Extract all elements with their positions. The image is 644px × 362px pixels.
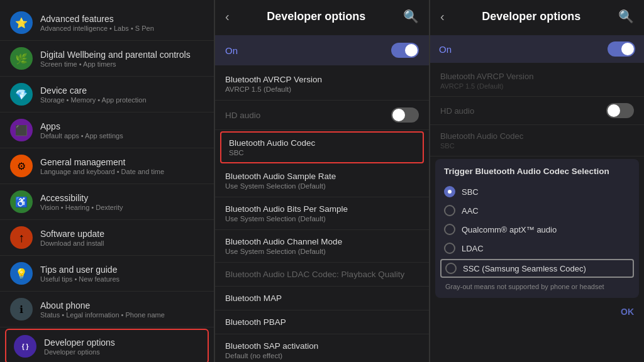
aac-radio[interactable] [444,205,455,216]
option-bluetooth-pbap[interactable]: Bluetooth PBAP [215,310,429,334]
device-care-label: Device care [40,85,147,96]
search-icon[interactable]: 🔍 [403,9,419,24]
right-developer-toggle[interactable] [608,41,635,57]
sidebar-item-software-update[interactable]: ↑ Software update Download and install [0,220,214,256]
tips-guide-sub: Useful tips • New features [40,275,119,283]
apps-label: Apps [40,121,123,131]
ok-button[interactable]: OK [621,307,634,317]
bits-per-sample-title: Bluetooth Audio Bits Per Sample [225,204,419,214]
right-on-toggle-row[interactable]: On [430,35,644,63]
about-phone-icon: ℹ [10,298,33,321]
advanced-features-sub: Advanced intelligence • Labs • S Pen [40,25,154,32]
about-phone-label: About phone [40,300,165,310]
device-care-icon: 💎 [10,83,33,106]
accessibility-label: Accessibility [40,193,123,203]
codec-selection-dialog: Trigger Bluetooth Audio Codec Selection … [435,159,639,298]
option-bluetooth-sap[interactable]: Bluetooth SAP activation Default (no eff… [215,334,429,362]
bluetooth-sap-sub: Default (no effect) [225,352,419,359]
right-search-icon[interactable]: 🔍 [618,9,634,24]
codec-option-sbc[interactable]: SBC [444,182,630,201]
codec-option-aac[interactable]: AAC [444,201,630,220]
sidebar-item-developer-options[interactable]: { } Developer options Developer options [5,329,209,362]
developer-toggle[interactable] [391,43,419,58]
right-hd-audio-title: HD audio [440,106,474,116]
middle-panel-title: Developer options [267,10,365,23]
sidebar-item-about-phone[interactable]: ℹ About phone Status • Legal information… [0,292,214,327]
developer-options-icon: { } [14,335,36,358]
option-sample-rate[interactable]: Bluetooth Audio Sample Rate Use System S… [215,165,429,197]
avrcp-title: Bluetooth AVRCP Version [225,75,419,84]
on-label: On [225,45,238,56]
sidebar-item-tips-guide[interactable]: 💡 Tips and user guide Useful tips • New … [0,256,214,292]
audio-codec-title: Bluetooth Audio Codec [229,138,415,148]
back-icon[interactable]: ‹ [225,9,230,24]
bluetooth-sap-title: Bluetooth SAP activation [225,341,419,351]
option-bluetooth-map[interactable]: Bluetooth MAP [215,287,429,310]
channel-mode-title: Bluetooth Audio Channel Mode [225,237,419,246]
digital-wellbeing-sub: Screen time • App timers [40,60,191,68]
right-toggle-knob [621,43,634,55]
option-ldac-quality[interactable]: Bluetooth Audio LDAC Codec: Playback Qua… [215,263,429,287]
sidebar-item-digital-wellbeing[interactable]: 🌿 Digital Wellbeing and parental control… [0,41,214,77]
middle-panel: ‹ Developer options 🔍 On Bluetooth AVRCP… [215,0,429,362]
digital-wellbeing-label: Digital Wellbeing and parental controls [40,50,191,60]
tips-guide-label: Tips and user guide [40,265,119,275]
gray-out-note: Gray-out means not supported by phone or… [444,283,630,290]
developer-on-toggle-row[interactable]: On [215,35,429,65]
software-update-sub: Download and install [40,239,104,247]
right-panel: ‹ Developer options 🔍 On Bluetooth AVRCP… [430,0,644,362]
ssc-radio[interactable] [445,263,457,274]
aptx-label: Qualcomm® aptX™ audio [462,225,557,234]
general-management-sub: Language and keyboard • Date and time [40,168,164,175]
channel-mode-sub: Use System Selection (Default) [225,248,419,255]
right-option-hd-audio: HD audio [430,97,644,125]
right-on-label: On [439,44,452,55]
option-hd-audio[interactable]: HD audio [215,101,429,130]
toggle-knob [405,44,418,57]
right-hd-toggle[interactable] [606,103,634,118]
sample-rate-title: Bluetooth Audio Sample Rate [225,172,419,181]
option-avrcp-version[interactable]: Bluetooth AVRCP Version AVRCP 1.5 (Defau… [215,68,429,101]
apps-icon: ⬛ [10,119,33,141]
settings-panel: ⭐ Advanced features Advanced intelligenc… [0,0,214,362]
apps-sub: Default apps • App settings [40,132,123,140]
right-panel-title: Developer options [482,10,580,23]
general-management-icon: ⚙ [10,155,33,177]
aptx-radio[interactable] [444,224,455,235]
ssc-label: SSC (Samsung Seamless Codec) [463,264,586,273]
sidebar-item-general-management[interactable]: ⚙ General management Language and keyboa… [0,148,214,184]
ldac-radio[interactable] [444,243,455,254]
about-phone-sub: Status • Legal information • Phone name [40,311,165,319]
accessibility-icon: ♿ [10,190,33,213]
sidebar-item-advanced-features[interactable]: ⭐ Advanced features Advanced intelligenc… [0,5,214,41]
middle-panel-header: ‹ Developer options 🔍 [215,0,429,33]
sample-rate-sub: Use System Selection (Default) [225,182,419,190]
bits-per-sample-sub: Use System Selection (Default) [225,215,419,222]
right-panel-header: ‹ Developer options 🔍 [430,0,644,33]
codec-option-ssc[interactable]: SSC (Samsung Seamless Codec) [440,259,634,278]
aac-label: AAC [462,206,479,216]
right-avrcp-title: Bluetooth AVRCP Version [440,72,634,81]
advanced-features-icon: ⭐ [10,11,33,34]
option-channel-mode[interactable]: Bluetooth Audio Channel Mode Use System … [215,230,429,263]
option-audio-codec[interactable]: Bluetooth Audio Codec SBC [220,131,424,163]
device-care-sub: Storage • Memory • App protection [40,96,147,104]
digital-wellbeing-icon: 🌿 [10,47,33,70]
sidebar-item-accessibility[interactable]: ♿ Accessibility Vision • Hearing • Dexte… [0,184,214,220]
hd-toggle-knob [392,109,405,121]
avrcp-sub: AVRCP 1.5 (Default) [225,85,419,93]
audio-codec-sub: SBC [229,149,415,156]
codec-option-ldac[interactable]: LDAC [444,239,630,258]
sidebar-item-apps[interactable]: ⬛ Apps Default apps • App settings [0,112,214,148]
sidebar-item-device-care[interactable]: 💎 Device care Storage • Memory • App pro… [0,77,214,112]
right-back-icon[interactable]: ‹ [440,9,445,24]
sbc-radio[interactable] [444,186,455,197]
codec-selection-title: Trigger Bluetooth Audio Codec Selection [444,167,630,176]
right-audio-codec-sub: SBC [440,142,634,150]
general-management-label: General management [40,157,164,167]
hd-audio-toggle[interactable] [391,107,419,123]
option-bits-per-sample[interactable]: Bluetooth Audio Bits Per Sample Use Syst… [215,197,429,230]
right-audio-codec-title: Bluetooth Audio Codec [440,131,634,141]
codec-option-aptx[interactable]: Qualcomm® aptX™ audio [444,220,630,239]
ldac-quality-title: Bluetooth Audio LDAC Codec: Playback Qua… [225,270,419,279]
